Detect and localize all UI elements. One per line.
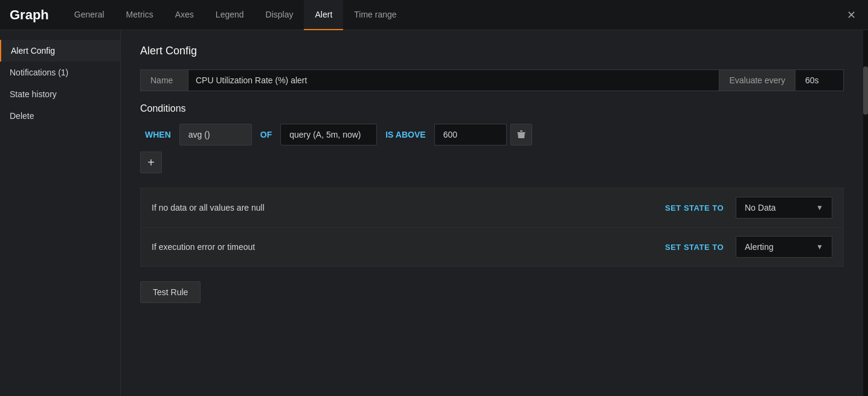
scrollbar-thumb[interactable] xyxy=(863,66,868,115)
name-input[interactable] xyxy=(188,69,719,91)
error-select-value: Alerting xyxy=(745,242,773,252)
sidebar-item-notifications[interactable]: Notifications (1) xyxy=(0,62,120,83)
no-data-state-row: If no data or all values are null SET ST… xyxy=(141,188,843,228)
tab-bar: Graph General Metrics Axes Legend Displa… xyxy=(0,0,868,30)
error-set-state-label: SET STATE TO xyxy=(665,243,724,252)
state-section: If no data or all values are null SET ST… xyxy=(140,188,844,267)
tab-display[interactable]: Display xyxy=(255,0,304,30)
tab-legend[interactable]: Legend xyxy=(205,0,255,30)
main-layout: Alert Config Notifications (1) State his… xyxy=(0,30,868,396)
evaluate-label: Evaluate every xyxy=(719,69,796,91)
conditions-title: Conditions xyxy=(140,103,844,114)
condition-row: WHEN avg () OF query (A, 5m, now) IS ABO… xyxy=(140,124,844,145)
tab-general[interactable]: General xyxy=(63,0,115,30)
sidebar-item-delete[interactable]: Delete xyxy=(0,105,120,127)
sidebar-item-state-history[interactable]: State history xyxy=(0,83,120,105)
query-selector[interactable]: query (A, 5m, now) xyxy=(280,124,377,145)
tab-time-range[interactable]: Time range xyxy=(343,0,407,30)
tab-alert[interactable]: Alert xyxy=(304,0,343,30)
when-label: WHEN xyxy=(140,130,176,139)
no-data-select-value: No Data xyxy=(745,203,776,212)
tab-metrics[interactable]: Metrics xyxy=(115,0,164,30)
section-title: Alert Config xyxy=(140,45,844,57)
error-chevron-down-icon: ▼ xyxy=(816,243,823,251)
evaluate-value: 60s xyxy=(796,69,844,91)
app-title: Graph xyxy=(5,7,59,23)
test-rule-button[interactable]: Test Rule xyxy=(140,281,201,303)
threshold-input[interactable]: 600 xyxy=(434,124,507,145)
tab-axes[interactable]: Axes xyxy=(164,0,205,30)
is-above-label: IS ABOVE xyxy=(381,130,430,139)
no-data-state-select[interactable]: No Data ▼ xyxy=(736,197,832,219)
scrollbar-track xyxy=(863,30,868,396)
name-label: Name xyxy=(140,69,188,91)
no-data-set-state-label: SET STATE TO xyxy=(665,203,724,212)
error-state-select[interactable]: Alerting ▼ xyxy=(736,236,832,258)
close-button[interactable]: ✕ xyxy=(840,4,863,27)
name-row: Name Evaluate every 60s xyxy=(140,69,844,91)
error-condition-text: If execution error or timeout xyxy=(152,242,659,252)
sidebar-item-alert-config[interactable]: Alert Config xyxy=(0,40,120,62)
trash-icon xyxy=(517,130,526,139)
no-data-condition-text: If no data or all values are null xyxy=(152,203,659,212)
sidebar: Alert Config Notifications (1) State his… xyxy=(0,30,121,396)
delete-condition-button[interactable] xyxy=(510,124,532,145)
func-selector[interactable]: avg () xyxy=(179,124,252,145)
of-label: OF xyxy=(256,130,277,139)
no-data-chevron-down-icon: ▼ xyxy=(816,203,823,212)
add-condition-button[interactable]: + xyxy=(140,152,162,173)
error-state-row: If execution error or timeout SET STATE … xyxy=(141,228,843,266)
main-content: Alert Config Name Evaluate every 60s Con… xyxy=(121,30,863,396)
